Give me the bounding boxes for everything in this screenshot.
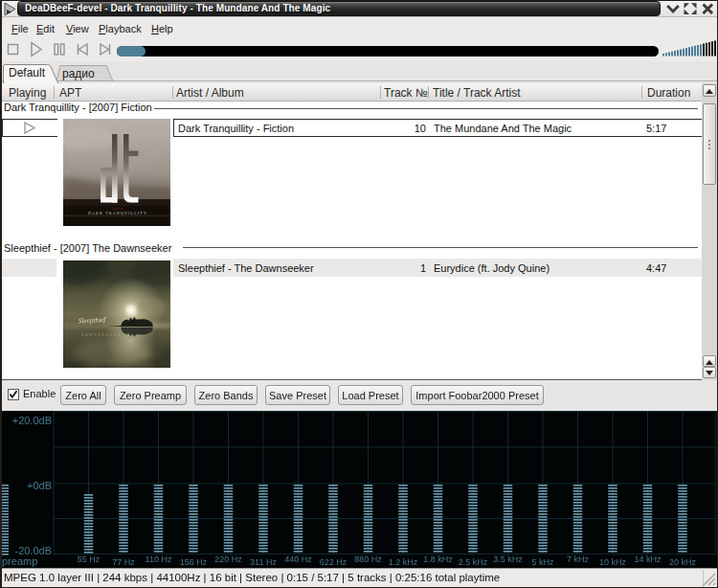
svg-text:5 kHz: 5 kHz [531,557,554,567]
svg-text:7 kHz: 7 kHz [567,554,590,564]
svg-text:220 Hz: 220 Hz [214,554,242,564]
svg-text:311 Hz: 311 Hz [250,557,277,567]
svg-text:1.2 kHz: 1.2 kHz [389,557,418,567]
svg-text:1.8 kHz: 1.8 kHz [423,554,453,564]
svg-text:20 kHz: 20 kHz [669,557,697,567]
svg-text:+20.0dB: +20.0dB [12,415,52,426]
svg-text:+0dB: +0dB [27,480,52,491]
svg-text:55 Hz: 55 Hz [78,554,101,564]
svg-text:77 Hz: 77 Hz [112,557,135,567]
svg-text:2.5 kHz: 2.5 kHz [459,557,488,567]
svg-text:880 Hz: 880 Hz [354,554,382,564]
svg-text:622 Hz: 622 Hz [320,557,348,567]
svg-text:440 Hz: 440 Hz [284,554,312,564]
svg-text:10 kHz: 10 kHz [599,557,627,567]
svg-text:156 Hz: 156 Hz [180,557,208,567]
svg-text:DAWNSEEKER: DAWNSEEKER [81,333,122,337]
svg-text:fiction: fiction [112,207,124,211]
svg-text:preamp: preamp [2,555,37,567]
svg-text:Sleepthief: Sleepthief [79,316,107,326]
svg-text:DARK TRANQUILLITY: DARK TRANQUILLITY [88,211,147,215]
svg-text:110 Hz: 110 Hz [146,554,172,564]
svg-text:14 kHz: 14 kHz [634,554,662,564]
svg-text:3.5 kHz: 3.5 kHz [493,554,523,564]
